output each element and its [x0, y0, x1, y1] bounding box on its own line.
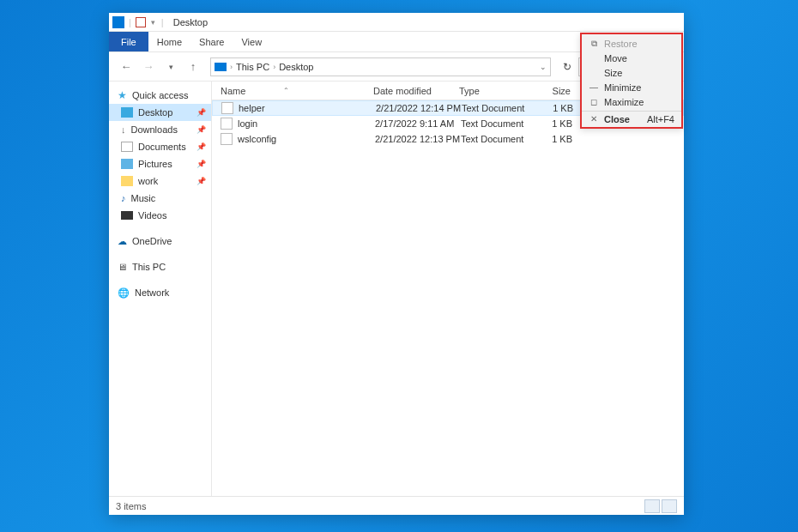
- menu-maximize[interactable]: ◻ Maximize: [582, 94, 681, 109]
- file-icon: [221, 118, 233, 130]
- minimize-icon: —: [589, 82, 599, 92]
- chevron-right-icon: ›: [230, 63, 233, 71]
- nav-up-button[interactable]: ↑: [183, 57, 203, 77]
- col-header-type[interactable]: Type: [459, 86, 529, 96]
- sidebar-item-label: work: [138, 176, 158, 186]
- system-menu: ⧉ Restore Move Size — Minimize ◻ Maximiz…: [580, 33, 683, 129]
- sidebar-item-label: Downloads: [131, 124, 178, 135]
- file-icon: [221, 102, 233, 114]
- cell-name: login: [238, 118, 375, 129]
- titlebar[interactable]: | ▾ | Desktop: [109, 13, 684, 32]
- sidebar-item-label: Network: [135, 287, 169, 298]
- sidebar-item-videos[interactable]: Videos: [109, 207, 211, 224]
- file-pane: Name ⌃ Date modified Type Size helper 2/…: [212, 82, 684, 496]
- breadcrumb-thispc[interactable]: This PC: [236, 62, 269, 72]
- col-header-size[interactable]: Size: [529, 86, 581, 96]
- sidebar-item-label: Quick access: [132, 90, 188, 100]
- view-thumbnails-button[interactable]: [662, 499, 677, 513]
- sidebar-item-label: Music: [131, 193, 156, 203]
- body: ★ Quick access Desktop 📌 ↓ Downloads 📌 D…: [109, 82, 684, 496]
- network-icon: 🌐: [118, 287, 130, 299]
- menu-label: Minimize: [604, 82, 641, 93]
- cloud-icon: ☁: [118, 236, 127, 247]
- nav-forward-button[interactable]: →: [138, 57, 159, 77]
- cell-name: helper: [239, 103, 376, 113]
- pin-icon: 📌: [196, 142, 206, 151]
- chevron-down-icon[interactable]: ⌄: [540, 63, 547, 71]
- chevron-right-icon: ›: [273, 63, 275, 71]
- tab-home[interactable]: Home: [148, 33, 190, 51]
- view-details-button[interactable]: [644, 499, 660, 513]
- cell-type: Text Document: [461, 118, 531, 129]
- menu-restore: ⧉ Restore: [582, 36, 681, 51]
- restore-icon: ⧉: [589, 39, 599, 49]
- menu-label: Close: [604, 114, 630, 124]
- sidebar-item-desktop[interactable]: Desktop 📌: [109, 104, 211, 121]
- star-icon: ★: [118, 89, 127, 101]
- menu-label: Size: [604, 68, 622, 78]
- cell-name: wslconfig: [238, 134, 375, 144]
- music-icon: ♪: [121, 193, 126, 203]
- menu-move[interactable]: Move: [582, 51, 681, 65]
- breadcrumb-desktop[interactable]: Desktop: [279, 62, 313, 72]
- sidebar-item-downloads[interactable]: ↓ Downloads 📌: [109, 121, 211, 138]
- table-row[interactable]: wslconfig 2/21/2022 12:13 PM Text Docume…: [212, 131, 684, 147]
- address-bar[interactable]: › This PC › Desktop ⌄: [210, 57, 551, 76]
- refresh-button[interactable]: ↻: [558, 61, 577, 73]
- menu-minimize[interactable]: — Minimize: [582, 80, 681, 94]
- pictures-icon: [121, 159, 133, 169]
- folder-icon: [121, 176, 133, 186]
- cell-date: 2/21/2022 12:14 PM: [376, 103, 462, 113]
- tab-file[interactable]: File: [109, 32, 148, 51]
- cell-size: 1 KB: [532, 103, 583, 113]
- pin-icon: 📌: [196, 125, 206, 134]
- status-bar: 3 items: [109, 496, 684, 515]
- close-icon: ✕: [589, 114, 599, 124]
- cell-size: 1 KB: [531, 134, 583, 144]
- location-icon: [215, 63, 227, 71]
- sidebar-item-music[interactable]: ♪ Music: [109, 190, 211, 207]
- tab-view[interactable]: View: [233, 33, 270, 51]
- cell-date: 2/21/2022 12:13 PM: [375, 134, 461, 144]
- desktop-icon: [121, 107, 133, 118]
- pc-icon: 🖥: [118, 262, 127, 272]
- cell-type: Text Document: [461, 134, 531, 144]
- sort-caret-icon: ⌃: [283, 87, 289, 94]
- qat-chevron[interactable]: ▾: [151, 18, 155, 27]
- tab-share[interactable]: Share: [190, 33, 233, 51]
- col-header-name[interactable]: Name ⌃: [221, 86, 373, 96]
- maximize-icon: ◻: [589, 97, 599, 106]
- separator: |: [161, 17, 164, 27]
- cell-size: 1 KB: [531, 118, 583, 129]
- sidebar-item-label: Desktop: [138, 107, 172, 118]
- separator: |: [129, 17, 131, 27]
- pin-icon: 📌: [196, 177, 206, 185]
- sidebar-item-documents[interactable]: Documents 📌: [109, 138, 211, 155]
- cell-type: Text Document: [462, 103, 532, 113]
- app-icon: [112, 16, 124, 28]
- sidebar-network[interactable]: 🌐 Network: [109, 284, 211, 301]
- sidebar-item-label: OneDrive: [132, 236, 172, 246]
- sidebar-item-label: Videos: [138, 210, 166, 221]
- sidebar-this-pc[interactable]: 🖥 This PC: [109, 258, 211, 275]
- sidebar-item-label: Pictures: [138, 159, 172, 169]
- menu-shortcut: Alt+F4: [647, 114, 674, 124]
- nav-back-button[interactable]: ←: [116, 57, 136, 77]
- sidebar-quick-access[interactable]: ★ Quick access: [109, 87, 211, 104]
- menu-size[interactable]: Size: [582, 65, 681, 80]
- status-text: 3 items: [116, 501, 146, 511]
- cell-date: 2/17/2022 9:11 AM: [375, 118, 461, 129]
- col-header-date[interactable]: Date modified: [373, 86, 459, 96]
- sidebar-item-pictures[interactable]: Pictures 📌: [109, 155, 211, 172]
- menu-close[interactable]: ✕ Close Alt+F4: [582, 111, 681, 125]
- col-label: Name: [221, 86, 245, 96]
- sidebar-item-work[interactable]: work 📌: [109, 172, 211, 190]
- qat-button[interactable]: [136, 17, 146, 27]
- sidebar-onedrive[interactable]: ☁ OneDrive: [109, 233, 211, 250]
- videos-icon: [121, 211, 133, 220]
- sidebar-item-label: This PC: [132, 262, 166, 272]
- nav-recent-button[interactable]: ▾: [160, 57, 181, 77]
- view-toggles: [644, 499, 677, 513]
- downloads-icon: ↓: [121, 124, 126, 135]
- sidebar: ★ Quick access Desktop 📌 ↓ Downloads 📌 D…: [109, 82, 212, 496]
